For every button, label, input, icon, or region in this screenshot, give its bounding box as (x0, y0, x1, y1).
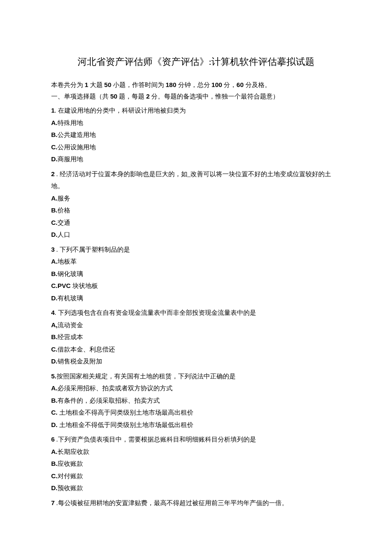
option-letter: D. (51, 421, 58, 428)
option-text: 有机玻璃 (58, 295, 83, 302)
option-text: 地板革 (58, 258, 77, 265)
option-letter: C. (51, 346, 58, 353)
question-body: 下列不属于塑料制品的是 (60, 246, 130, 253)
option-text: 服务 (58, 195, 70, 202)
option-text: 对付账款 (58, 473, 83, 479)
question-block: 5.按照国家相关规定，有关国有土地的租赁，下列说法中正确的是A.必须采用招标、拍… (51, 370, 341, 431)
option-text: 土地租金不得低于同类级别土地市场最低出租价 (58, 421, 193, 428)
question-body: 下列资产负债表项目中，需要根据总账科目和明细账科目分析填列的是 (58, 436, 256, 443)
option-letter: A. (51, 258, 58, 265)
question-body: 每公顷被征用耕地的安置津贴费，最高不得超过被征用前三年平均年产值的一倍。 (58, 500, 288, 506)
question-body: 按照国家相关规定，有关国有土地的租赁，下列说法中正确的是 (57, 373, 236, 380)
intro-text: 分钟，总分 (176, 81, 212, 88)
intro-num: 180 (166, 81, 176, 88)
intro-text: 分， (222, 81, 236, 88)
option: B.价格 (51, 204, 341, 217)
option-letter: D. (51, 484, 58, 491)
option-letter: B. (51, 206, 58, 214)
option-letter: A. (51, 448, 58, 455)
section-heading: 一、单项选择题（共 50 题，每题 2 分。每题的备选项中，惟独一个最符合题意） (51, 92, 341, 102)
option-letter: B. (51, 270, 58, 277)
option-text: 应收账款 (58, 460, 83, 467)
option: B.公共建造用地 (51, 129, 341, 141)
option-letter: A. (51, 195, 58, 202)
option-text: 公共建造用地 (58, 131, 96, 138)
option: B.钢化玻璃 (51, 268, 341, 280)
question-block: 1. 在建设用地的分类中，科研设计用地被归类为A.特殊用地B.公共建造用地C.公… (51, 105, 341, 166)
questions-list: 1. 在建设用地的分类中，科研设计用地被归类为A.特殊用地B.公共建造用地C.公… (51, 105, 341, 509)
option: B.应收账款 (51, 458, 341, 470)
option-text: 土地租金不得高于同类级别土地市场最高出租价 (58, 409, 193, 416)
option: D.商服用地 (51, 153, 341, 166)
option-letter: D. (51, 231, 58, 238)
option-letter: B. (51, 460, 58, 467)
question-separator: . (55, 436, 58, 443)
option: D.人口 (51, 229, 341, 241)
option: A.长期应收款 (51, 446, 341, 458)
question-text: 4. 下列选项包含在自有资金现金流量表中而非全部投资现金流量表中的是 (51, 307, 341, 319)
option: A.必须采用招标、拍卖或者双方协议的方式 (51, 382, 341, 395)
question-number: 5. (51, 372, 57, 380)
option: C.借款本金、利息偿还 (51, 343, 341, 356)
option: C.公用设施用地 (51, 141, 341, 154)
question-separator: . (55, 107, 58, 114)
question-separator: . (55, 309, 58, 316)
intro-num: 100 (211, 81, 222, 88)
document-page: 河北省资产评估师《资产评估》:计算机软件评估摹拟试题 本卷共分为 1 大题 50… (0, 0, 392, 537)
option-letter: C. (51, 143, 58, 151)
option-letter: C. (51, 219, 58, 226)
option-text: 借款本金、利息偿还 (58, 346, 115, 353)
option-text: 经营成本 (58, 334, 83, 340)
option-text: 商服用地 (58, 156, 83, 163)
section-text: 题，每题 (117, 93, 146, 100)
option: A,流动资金 (51, 319, 341, 331)
question-body: 经济活动对于位置本身的影响也是巨大的，如_改善可以将一块位置不好的土地变成位置较… (51, 171, 331, 190)
option-letter: D. (51, 155, 58, 163)
option: D.有机玻璃 (51, 292, 341, 305)
question-text: 3 . 下列不属于塑料制品的是 (51, 244, 341, 256)
option-text: 块状地板 (71, 282, 98, 289)
question-text: 1. 在建设用地的分类中，科研设计用地被归类为 (51, 105, 341, 117)
option-letter: A, (51, 321, 58, 328)
option-text: 交通 (58, 219, 70, 226)
option-letter: C. (51, 409, 58, 416)
option: A.服务 (51, 192, 341, 205)
question-separator: . (55, 171, 59, 177)
intro-num: 1 (85, 81, 88, 88)
exam-intro: 本卷共分为 1 大题 50 小题，作答时间为 180 分钟，总分 100 分，6… (51, 80, 341, 90)
question-separator: . (55, 500, 58, 506)
document-title: 河北省资产评估师《资产评估》:计算机软件评估摹拟试题 (51, 55, 341, 68)
section-num: 50 (110, 93, 118, 100)
option-text: 人口 (58, 231, 70, 238)
option-letter: D. (51, 294, 58, 302)
option-letter: A. (51, 384, 58, 392)
question-block: 2 . 经济活动对于位置本身的影响也是巨大的，如_改善可以将一块位置不好的土地变… (51, 168, 341, 241)
option: B.有条件的，必须采取招标、拍卖方式 (51, 395, 341, 407)
question-block: 3 . 下列不属于塑料制品的是A.地板革B.钢化玻璃C.PVC 块状地板D.有机… (51, 244, 341, 305)
section-text: 分。每题的备选项中，惟独一个最符合题意） (150, 93, 279, 100)
question-text: 5.按照国家相关规定，有关国有土地的租赁，下列说法中正确的是 (51, 370, 341, 383)
intro-text: 小题，作答时间为 (111, 81, 166, 88)
question-body: 在建设用地的分类中，科研设计用地被归类为 (58, 107, 186, 114)
question-text: 2 . 经济活动对于位置本身的影响也是巨大的，如_改善可以将一块位置不好的土地变… (51, 168, 341, 192)
option: C.交通 (51, 217, 341, 229)
option-text: 特殊用地 (58, 119, 83, 126)
option-text: 流动资金 (58, 322, 83, 328)
option-text: 必须采用招标、拍卖或者双方协议的方式 (58, 385, 173, 392)
option-text: 预收账款 (58, 485, 83, 491)
question-separator: . (55, 246, 59, 253)
intro-text: 大题 (88, 81, 104, 88)
option-text: 有条件的，必须采取招标、拍卖方式 (58, 397, 160, 404)
option-letter: B. (51, 333, 58, 340)
option: D.销售税金及附加 (51, 355, 341, 368)
option: C.对付账款 (51, 470, 341, 482)
question-block: 6 .下列资产负债表项目中，需要根据总账科目和明细账科目分析填列的是A.长期应收… (51, 433, 341, 494)
option-letter: B. (51, 397, 58, 404)
option: A.特殊用地 (51, 117, 341, 129)
option-letter: D. (51, 357, 58, 365)
intro-text: 分及格。 (244, 81, 271, 88)
option: D. 土地租金不得低于同类级别土地市场最低出租价 (51, 419, 341, 431)
question-block: 7 .每公顷被征用耕地的安置津贴费，最高不得超过被征用前三年平均年产值的一倍。 (51, 497, 341, 509)
option: B.经营成本 (51, 331, 341, 343)
intro-num: 50 (104, 81, 112, 88)
